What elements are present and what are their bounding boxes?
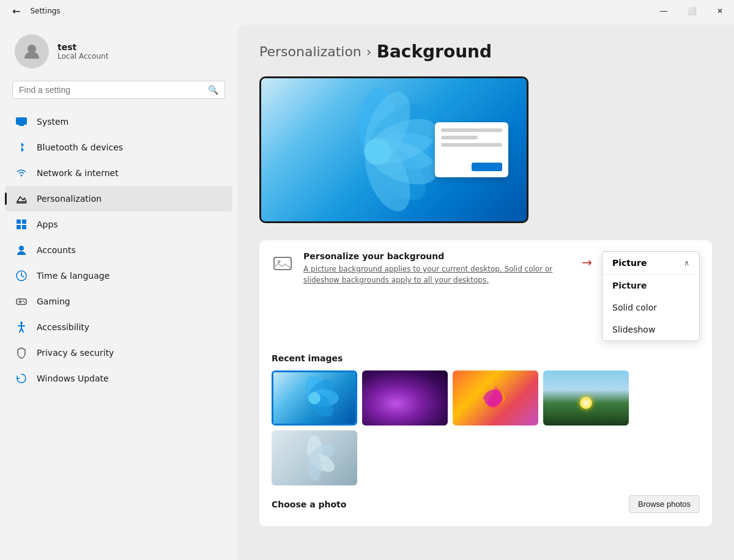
sidebar-item-personalization[interactable]: Personalization bbox=[5, 186, 232, 212]
bg-desc-link[interactable]: to your current desktop. bbox=[413, 265, 502, 273]
dropdown-option-solid[interactable]: Solid color bbox=[602, 297, 699, 319]
svg-rect-1 bbox=[16, 117, 27, 125]
window-title: Settings bbox=[30, 7, 60, 15]
bg-description: A picture background applies to your cur… bbox=[303, 263, 572, 286]
sidebar-item-accounts[interactable]: Accounts bbox=[5, 237, 232, 263]
image-thumb-5[interactable] bbox=[272, 430, 357, 485]
minimize-button[interactable]: — bbox=[650, 0, 678, 22]
dropdown-option-slideshow[interactable]: Slideshow bbox=[602, 319, 699, 341]
accessibility-icon bbox=[15, 320, 28, 334]
sidebar-item-label-accessibility: Accessibility bbox=[37, 322, 89, 332]
sidebar-item-label-accounts: Accounts bbox=[37, 245, 76, 255]
sidebar-item-label-privacy: Privacy & security bbox=[37, 348, 114, 358]
user-account-type: Local Account bbox=[57, 52, 108, 61]
time-icon bbox=[15, 269, 28, 282]
bg-title: Personalize your background bbox=[303, 251, 572, 261]
images-grid bbox=[272, 370, 700, 426]
sidebar-item-apps[interactable]: Apps bbox=[5, 212, 232, 237]
search-input[interactable] bbox=[19, 85, 203, 95]
sidebar-item-gaming[interactable]: Gaming bbox=[5, 289, 232, 314]
sidebar-item-label-update: Windows Update bbox=[37, 374, 109, 383]
close-button[interactable]: ✕ bbox=[706, 0, 734, 22]
recent-images-label: Recent images bbox=[272, 353, 700, 363]
sidebar-item-label-bluetooth: Bluetooth & devices bbox=[37, 142, 123, 152]
image-thumb-3[interactable] bbox=[453, 370, 538, 426]
sidebar-item-label-time: Time & language bbox=[37, 271, 109, 281]
images-grid-row2 bbox=[272, 430, 700, 485]
breadcrumb-current: Background bbox=[377, 42, 492, 62]
user-name: test bbox=[57, 42, 108, 52]
sidebar-item-privacy[interactable]: Privacy & security bbox=[5, 340, 232, 366]
gaming-icon bbox=[15, 295, 28, 308]
img-white-flower-bg bbox=[272, 430, 357, 485]
image-thumb-4[interactable] bbox=[543, 370, 629, 426]
browse-photos-button[interactable]: Browse photos bbox=[629, 495, 700, 513]
back-arrow-icon[interactable]: ← bbox=[7, 3, 25, 20]
svg-point-3 bbox=[21, 175, 23, 177]
dropdown-header[interactable]: Picture ∧ bbox=[602, 252, 699, 274]
img-purple-bg bbox=[362, 370, 448, 426]
dropdown-option-picture-label: Picture bbox=[612, 281, 647, 290]
search-icon: 🔍 bbox=[208, 85, 218, 95]
window-line-2 bbox=[441, 136, 478, 139]
personalization-icon bbox=[15, 192, 28, 205]
svg-rect-8 bbox=[22, 225, 26, 229]
svg-point-43 bbox=[308, 452, 321, 464]
system-icon bbox=[15, 115, 28, 128]
background-settings-card: Personalize your background A picture ba… bbox=[259, 240, 712, 526]
svg-point-38 bbox=[308, 392, 321, 404]
preview-window bbox=[435, 122, 508, 177]
breadcrumb: Personalization › Background bbox=[259, 42, 712, 62]
sidebar-item-label-personalization: Personalization bbox=[37, 194, 102, 204]
sidebar-item-update[interactable]: Windows Update bbox=[5, 366, 232, 391]
img-colorful-bg bbox=[453, 370, 538, 426]
svg-point-31 bbox=[364, 138, 391, 165]
svg-point-9 bbox=[19, 246, 24, 251]
wallpaper-flower bbox=[310, 84, 445, 219]
svg-rect-32 bbox=[274, 257, 291, 270]
titlebar: ← Settings — ⬜ ✕ bbox=[0, 0, 734, 22]
sidebar-item-label-gaming: Gaming bbox=[37, 297, 70, 306]
sidebar-item-time[interactable]: Time & language bbox=[5, 263, 232, 289]
dropdown-box: Picture ∧ Picture Solid color Slideshow bbox=[602, 251, 700, 341]
network-icon bbox=[15, 166, 28, 180]
svg-point-33 bbox=[278, 260, 281, 263]
sidebar-item-network[interactable]: Network & internet bbox=[5, 160, 232, 186]
dropdown-option-solid-label: Solid color bbox=[612, 303, 657, 312]
privacy-icon bbox=[15, 346, 28, 359]
breadcrumb-parent[interactable]: Personalization bbox=[259, 44, 361, 59]
dropdown-container: Picture ∧ Picture Solid color Slideshow bbox=[602, 251, 700, 341]
svg-line-12 bbox=[21, 276, 24, 277]
image-thumb-1[interactable] bbox=[272, 370, 357, 426]
svg-rect-2 bbox=[19, 125, 24, 126]
user-profile[interactable]: test Local Account bbox=[0, 22, 237, 81]
app-container: test Local Account 🔍 System bbox=[0, 22, 734, 560]
update-icon bbox=[15, 372, 28, 385]
sidebar-item-label-apps: Apps bbox=[37, 219, 58, 229]
breadcrumb-separator: › bbox=[366, 44, 372, 59]
accounts-icon bbox=[15, 243, 28, 257]
sidebar-item-bluetooth[interactable]: Bluetooth & devices bbox=[5, 134, 232, 160]
image-thumb-2[interactable] bbox=[362, 370, 448, 426]
search-container: 🔍 bbox=[0, 81, 237, 109]
svg-point-16 bbox=[23, 301, 24, 302]
img-landscape-bg bbox=[543, 370, 629, 426]
bg-text-container: Personalize your background A picture ba… bbox=[303, 251, 572, 286]
sidebar-item-accessibility[interactable]: Accessibility bbox=[5, 314, 232, 340]
sidebar: test Local Account 🔍 System bbox=[0, 22, 237, 560]
svg-rect-5 bbox=[17, 219, 21, 224]
maximize-button[interactable]: ⬜ bbox=[678, 0, 706, 22]
avatar bbox=[15, 34, 49, 68]
window-line-1 bbox=[441, 128, 502, 132]
bluetooth-icon bbox=[15, 141, 28, 154]
dropdown-option-picture[interactable]: Picture bbox=[602, 274, 699, 297]
user-info: test Local Account bbox=[57, 42, 108, 61]
apps-icon bbox=[15, 218, 28, 231]
bg-row: Personalize your background A picture ba… bbox=[272, 251, 700, 341]
dropdown-option-slideshow-label: Slideshow bbox=[612, 325, 655, 334]
dropdown-selected-label: Picture bbox=[612, 258, 647, 268]
sidebar-item-system[interactable]: System bbox=[5, 109, 232, 134]
arrow-indicator: → bbox=[582, 255, 592, 270]
nav-list: System Bluetooth & devices Networ bbox=[0, 109, 237, 391]
recent-images-section: Recent images bbox=[272, 353, 700, 485]
